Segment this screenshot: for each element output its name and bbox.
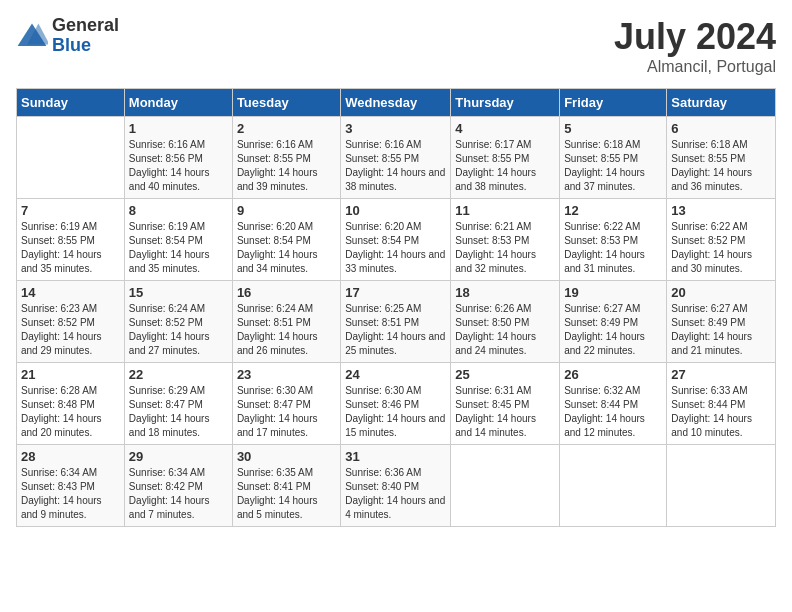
day-info: Sunrise: 6:33 AMSunset: 8:44 PMDaylight:… bbox=[671, 384, 771, 440]
day-info: Sunrise: 6:19 AMSunset: 8:54 PMDaylight:… bbox=[129, 220, 228, 276]
day-number: 4 bbox=[455, 121, 555, 136]
day-info: Sunrise: 6:30 AMSunset: 8:47 PMDaylight:… bbox=[237, 384, 336, 440]
day-number: 24 bbox=[345, 367, 446, 382]
day-number: 30 bbox=[237, 449, 336, 464]
calendar-week-row: 14Sunrise: 6:23 AMSunset: 8:52 PMDayligh… bbox=[17, 281, 776, 363]
calendar-week-row: 28Sunrise: 6:34 AMSunset: 8:43 PMDayligh… bbox=[17, 445, 776, 527]
day-info: Sunrise: 6:22 AMSunset: 8:52 PMDaylight:… bbox=[671, 220, 771, 276]
logo-text: General Blue bbox=[52, 16, 119, 56]
day-info: Sunrise: 6:22 AMSunset: 8:53 PMDaylight:… bbox=[564, 220, 662, 276]
calendar-cell: 23Sunrise: 6:30 AMSunset: 8:47 PMDayligh… bbox=[232, 363, 340, 445]
day-number: 28 bbox=[21, 449, 120, 464]
day-info: Sunrise: 6:36 AMSunset: 8:40 PMDaylight:… bbox=[345, 466, 446, 522]
day-number: 2 bbox=[237, 121, 336, 136]
day-number: 9 bbox=[237, 203, 336, 218]
day-info: Sunrise: 6:23 AMSunset: 8:52 PMDaylight:… bbox=[21, 302, 120, 358]
calendar-cell: 29Sunrise: 6:34 AMSunset: 8:42 PMDayligh… bbox=[124, 445, 232, 527]
column-header-tuesday: Tuesday bbox=[232, 89, 340, 117]
location-subtitle: Almancil, Portugal bbox=[614, 58, 776, 76]
calendar-cell: 18Sunrise: 6:26 AMSunset: 8:50 PMDayligh… bbox=[451, 281, 560, 363]
calendar-cell: 30Sunrise: 6:35 AMSunset: 8:41 PMDayligh… bbox=[232, 445, 340, 527]
day-number: 1 bbox=[129, 121, 228, 136]
day-info: Sunrise: 6:16 AMSunset: 8:56 PMDaylight:… bbox=[129, 138, 228, 194]
calendar-cell bbox=[451, 445, 560, 527]
day-number: 18 bbox=[455, 285, 555, 300]
day-number: 27 bbox=[671, 367, 771, 382]
day-number: 3 bbox=[345, 121, 446, 136]
month-year-title: July 2024 bbox=[614, 16, 776, 58]
day-info: Sunrise: 6:16 AMSunset: 8:55 PMDaylight:… bbox=[345, 138, 446, 194]
calendar-cell: 31Sunrise: 6:36 AMSunset: 8:40 PMDayligh… bbox=[341, 445, 451, 527]
day-number: 17 bbox=[345, 285, 446, 300]
calendar-cell: 28Sunrise: 6:34 AMSunset: 8:43 PMDayligh… bbox=[17, 445, 125, 527]
day-number: 12 bbox=[564, 203, 662, 218]
day-number: 5 bbox=[564, 121, 662, 136]
calendar-cell bbox=[560, 445, 667, 527]
title-block: July 2024 Almancil, Portugal bbox=[614, 16, 776, 76]
calendar-cell: 20Sunrise: 6:27 AMSunset: 8:49 PMDayligh… bbox=[667, 281, 776, 363]
day-info: Sunrise: 6:19 AMSunset: 8:55 PMDaylight:… bbox=[21, 220, 120, 276]
day-number: 7 bbox=[21, 203, 120, 218]
day-info: Sunrise: 6:24 AMSunset: 8:52 PMDaylight:… bbox=[129, 302, 228, 358]
calendar-cell: 25Sunrise: 6:31 AMSunset: 8:45 PMDayligh… bbox=[451, 363, 560, 445]
day-info: Sunrise: 6:28 AMSunset: 8:48 PMDaylight:… bbox=[21, 384, 120, 440]
day-number: 29 bbox=[129, 449, 228, 464]
day-number: 13 bbox=[671, 203, 771, 218]
calendar-cell: 15Sunrise: 6:24 AMSunset: 8:52 PMDayligh… bbox=[124, 281, 232, 363]
day-number: 16 bbox=[237, 285, 336, 300]
day-info: Sunrise: 6:18 AMSunset: 8:55 PMDaylight:… bbox=[564, 138, 662, 194]
day-info: Sunrise: 6:24 AMSunset: 8:51 PMDaylight:… bbox=[237, 302, 336, 358]
day-number: 15 bbox=[129, 285, 228, 300]
day-info: Sunrise: 6:31 AMSunset: 8:45 PMDaylight:… bbox=[455, 384, 555, 440]
day-info: Sunrise: 6:35 AMSunset: 8:41 PMDaylight:… bbox=[237, 466, 336, 522]
day-info: Sunrise: 6:27 AMSunset: 8:49 PMDaylight:… bbox=[564, 302, 662, 358]
day-number: 19 bbox=[564, 285, 662, 300]
day-info: Sunrise: 6:16 AMSunset: 8:55 PMDaylight:… bbox=[237, 138, 336, 194]
calendar-cell: 4Sunrise: 6:17 AMSunset: 8:55 PMDaylight… bbox=[451, 117, 560, 199]
calendar-week-row: 21Sunrise: 6:28 AMSunset: 8:48 PMDayligh… bbox=[17, 363, 776, 445]
calendar-cell bbox=[667, 445, 776, 527]
calendar-cell: 11Sunrise: 6:21 AMSunset: 8:53 PMDayligh… bbox=[451, 199, 560, 281]
page-header: General Blue July 2024 Almancil, Portuga… bbox=[16, 16, 776, 76]
day-info: Sunrise: 6:27 AMSunset: 8:49 PMDaylight:… bbox=[671, 302, 771, 358]
day-number: 6 bbox=[671, 121, 771, 136]
column-header-wednesday: Wednesday bbox=[341, 89, 451, 117]
column-header-saturday: Saturday bbox=[667, 89, 776, 117]
logo-general-text: General bbox=[52, 16, 119, 36]
calendar-header-row: SundayMondayTuesdayWednesdayThursdayFrid… bbox=[17, 89, 776, 117]
day-number: 10 bbox=[345, 203, 446, 218]
calendar-cell: 5Sunrise: 6:18 AMSunset: 8:55 PMDaylight… bbox=[560, 117, 667, 199]
calendar-cell: 9Sunrise: 6:20 AMSunset: 8:54 PMDaylight… bbox=[232, 199, 340, 281]
day-info: Sunrise: 6:20 AMSunset: 8:54 PMDaylight:… bbox=[345, 220, 446, 276]
day-info: Sunrise: 6:29 AMSunset: 8:47 PMDaylight:… bbox=[129, 384, 228, 440]
calendar-cell: 26Sunrise: 6:32 AMSunset: 8:44 PMDayligh… bbox=[560, 363, 667, 445]
day-info: Sunrise: 6:25 AMSunset: 8:51 PMDaylight:… bbox=[345, 302, 446, 358]
calendar-cell: 14Sunrise: 6:23 AMSunset: 8:52 PMDayligh… bbox=[17, 281, 125, 363]
day-number: 26 bbox=[564, 367, 662, 382]
calendar-cell: 19Sunrise: 6:27 AMSunset: 8:49 PMDayligh… bbox=[560, 281, 667, 363]
day-info: Sunrise: 6:20 AMSunset: 8:54 PMDaylight:… bbox=[237, 220, 336, 276]
day-number: 8 bbox=[129, 203, 228, 218]
day-info: Sunrise: 6:26 AMSunset: 8:50 PMDaylight:… bbox=[455, 302, 555, 358]
column-header-monday: Monday bbox=[124, 89, 232, 117]
calendar-cell bbox=[17, 117, 125, 199]
day-info: Sunrise: 6:17 AMSunset: 8:55 PMDaylight:… bbox=[455, 138, 555, 194]
day-number: 21 bbox=[21, 367, 120, 382]
day-info: Sunrise: 6:34 AMSunset: 8:42 PMDaylight:… bbox=[129, 466, 228, 522]
day-number: 11 bbox=[455, 203, 555, 218]
day-info: Sunrise: 6:21 AMSunset: 8:53 PMDaylight:… bbox=[455, 220, 555, 276]
day-info: Sunrise: 6:18 AMSunset: 8:55 PMDaylight:… bbox=[671, 138, 771, 194]
calendar-cell: 27Sunrise: 6:33 AMSunset: 8:44 PMDayligh… bbox=[667, 363, 776, 445]
calendar-cell: 17Sunrise: 6:25 AMSunset: 8:51 PMDayligh… bbox=[341, 281, 451, 363]
logo-icon bbox=[16, 22, 48, 50]
calendar-cell: 21Sunrise: 6:28 AMSunset: 8:48 PMDayligh… bbox=[17, 363, 125, 445]
calendar-week-row: 7Sunrise: 6:19 AMSunset: 8:55 PMDaylight… bbox=[17, 199, 776, 281]
day-number: 14 bbox=[21, 285, 120, 300]
day-number: 31 bbox=[345, 449, 446, 464]
calendar-cell: 12Sunrise: 6:22 AMSunset: 8:53 PMDayligh… bbox=[560, 199, 667, 281]
calendar-cell: 7Sunrise: 6:19 AMSunset: 8:55 PMDaylight… bbox=[17, 199, 125, 281]
day-number: 25 bbox=[455, 367, 555, 382]
calendar-cell: 10Sunrise: 6:20 AMSunset: 8:54 PMDayligh… bbox=[341, 199, 451, 281]
calendar-cell: 2Sunrise: 6:16 AMSunset: 8:55 PMDaylight… bbox=[232, 117, 340, 199]
calendar-cell: 8Sunrise: 6:19 AMSunset: 8:54 PMDaylight… bbox=[124, 199, 232, 281]
